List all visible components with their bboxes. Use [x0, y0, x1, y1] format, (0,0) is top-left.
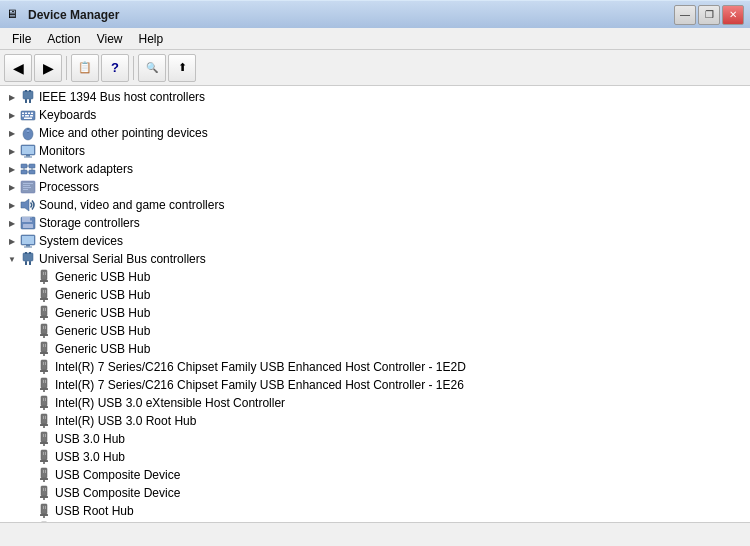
close-button[interactable]: ✕ [722, 5, 744, 25]
svg-rect-55 [45, 290, 46, 293]
svg-rect-11 [25, 115, 29, 117]
svg-rect-41 [26, 245, 30, 247]
tree-expander[interactable] [4, 107, 20, 123]
properties-button[interactable]: 📋 [71, 54, 99, 82]
tree-expander[interactable] [4, 215, 20, 231]
svg-rect-51 [40, 280, 48, 282]
tree-item[interactable]: Sound, video and game controllers [0, 196, 750, 214]
title-bar: 🖥 Device Manager — ❐ ✕ [0, 0, 750, 28]
svg-rect-65 [45, 326, 46, 329]
device-icon [36, 485, 52, 501]
tree-expander[interactable] [20, 467, 36, 483]
menu-view[interactable]: View [89, 30, 131, 48]
scan-button[interactable]: 🔍 [138, 54, 166, 82]
tree-expander[interactable] [4, 197, 20, 213]
tree-expander[interactable] [20, 287, 36, 303]
tree-expander[interactable] [20, 485, 36, 501]
tree-item[interactable]: Universal Serial Bus controllers [0, 250, 750, 268]
tree-item[interactable]: Generic USB Hub [0, 286, 750, 304]
tree-expander[interactable] [20, 503, 36, 519]
tree-expander[interactable] [4, 161, 20, 177]
tree-expander[interactable] [20, 377, 36, 393]
menu-help[interactable]: Help [131, 30, 172, 48]
tree-item[interactable]: USB Root Hub [0, 502, 750, 520]
tree-item[interactable]: Intel(R) USB 3.0 eXtensible Host Control… [0, 394, 750, 412]
device-icon [20, 215, 36, 231]
tree-item[interactable]: USB 3.0 Hub [0, 430, 750, 448]
device-label: Generic USB Hub [55, 342, 150, 356]
update-button[interactable]: ⬆ [168, 54, 196, 82]
tree-expander[interactable] [4, 251, 20, 267]
tree-item[interactable]: Monitors [0, 142, 750, 160]
svg-rect-38 [23, 224, 33, 228]
svg-rect-85 [45, 398, 46, 401]
back-button[interactable]: ◀ [4, 54, 32, 82]
svg-rect-95 [45, 434, 46, 437]
tree-expander[interactable] [20, 359, 36, 375]
tree-item[interactable]: Intel(R) 7 Series/C216 Chipset Family US… [0, 376, 750, 394]
svg-rect-115 [45, 506, 46, 509]
svg-rect-101 [40, 460, 48, 462]
menu-file[interactable]: File [4, 30, 39, 48]
title-buttons: — ❐ ✕ [674, 5, 744, 25]
tree-expander[interactable] [20, 269, 36, 285]
tree-expander[interactable] [20, 413, 36, 429]
svg-rect-80 [45, 380, 46, 383]
tree-item[interactable]: Intel(R) USB 3.0 Root Hub [0, 412, 750, 430]
device-icon [36, 503, 52, 519]
tree-item[interactable]: Intel(R) 7 Series/C216 Chipset Family US… [0, 358, 750, 376]
svg-rect-66 [40, 334, 48, 336]
tree-item[interactable]: USB Root Hub [0, 520, 750, 522]
tree-expander[interactable] [4, 143, 20, 159]
device-label: Generic USB Hub [55, 306, 150, 320]
tree-expander[interactable] [4, 89, 20, 105]
tree-expander[interactable] [20, 449, 36, 465]
device-label: Mice and other pointing devices [39, 126, 208, 140]
help-button[interactable]: ? [101, 54, 129, 82]
tree-item[interactable]: IEEE 1394 Bus host controllers [0, 88, 750, 106]
svg-rect-116 [40, 514, 48, 516]
svg-rect-12 [30, 115, 33, 117]
svg-rect-6 [22, 113, 24, 115]
menu-action[interactable]: Action [39, 30, 88, 48]
minimize-button[interactable]: — [674, 5, 696, 25]
svg-rect-81 [40, 388, 48, 390]
device-label: USB 3.0 Hub [55, 432, 125, 446]
tree-item[interactable]: USB 3.0 Hub [0, 448, 750, 466]
tree-item[interactable]: Generic USB Hub [0, 322, 750, 340]
device-label: Sound, video and game controllers [39, 198, 224, 212]
forward-button[interactable]: ▶ [34, 54, 62, 82]
tree-expander[interactable] [4, 125, 20, 141]
tree-expander[interactable] [20, 305, 36, 321]
svg-rect-2 [29, 99, 31, 103]
window-title: Device Manager [28, 8, 119, 22]
tree-item[interactable]: Generic USB Hub [0, 268, 750, 286]
tree-expander[interactable] [20, 323, 36, 339]
svg-rect-33 [23, 189, 28, 190]
tree-item[interactable]: System devices [0, 232, 750, 250]
tree-item[interactable]: Keyboards [0, 106, 750, 124]
title-bar-left: 🖥 Device Manager [6, 7, 119, 23]
tree-item[interactable]: Mice and other pointing devices [0, 124, 750, 142]
device-icon [20, 179, 36, 195]
svg-rect-106 [40, 478, 48, 480]
restore-button[interactable]: ❐ [698, 5, 720, 25]
svg-rect-7 [25, 113, 27, 115]
tree-expander[interactable] [4, 179, 20, 195]
tree-item[interactable]: Processors [0, 178, 750, 196]
device-tree[interactable]: IEEE 1394 Bus host controllers Keyboards… [0, 86, 750, 522]
device-label: Intel(R) 7 Series/C216 Chipset Family US… [55, 360, 466, 374]
tree-item[interactable]: Generic USB Hub [0, 340, 750, 358]
tree-item[interactable]: Network adapters [0, 160, 750, 178]
tree-item[interactable]: USB Composite Device [0, 484, 750, 502]
tree-expander[interactable] [20, 431, 36, 447]
svg-rect-100 [45, 452, 46, 455]
device-icon [36, 341, 52, 357]
tree-expander[interactable] [20, 341, 36, 357]
tree-expander[interactable] [20, 395, 36, 411]
tree-expander[interactable] [20, 521, 36, 522]
tree-item[interactable]: USB Composite Device [0, 466, 750, 484]
tree-expander[interactable] [4, 233, 20, 249]
tree-item[interactable]: Generic USB Hub [0, 304, 750, 322]
tree-item[interactable]: Storage controllers [0, 214, 750, 232]
